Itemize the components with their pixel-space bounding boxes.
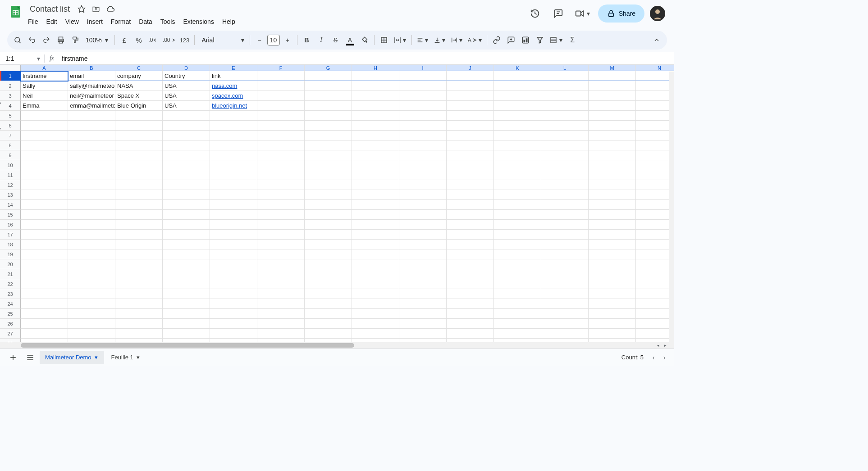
cell[interactable] <box>257 101 305 111</box>
cell[interactable] <box>447 131 494 140</box>
cell[interactable] <box>257 91 305 101</box>
cell[interactable] <box>115 259 163 269</box>
cell[interactable] <box>494 230 541 240</box>
cell[interactable] <box>115 329 163 339</box>
cell[interactable] <box>447 180 494 190</box>
cell[interactable] <box>494 150 541 160</box>
cell[interactable] <box>399 140 447 150</box>
cell[interactable] <box>494 269 541 279</box>
filter-views-button[interactable]: ▾ <box>548 33 565 47</box>
cell[interactable] <box>257 160 305 170</box>
cell[interactable] <box>305 220 352 230</box>
cell[interactable] <box>163 180 210 190</box>
cell[interactable] <box>115 240 163 249</box>
cell[interactable] <box>21 170 68 180</box>
cell[interactable] <box>494 111 541 121</box>
share-button[interactable]: Share <box>598 5 644 23</box>
cell[interactable] <box>589 329 636 339</box>
cell[interactable] <box>447 71 494 81</box>
cell[interactable] <box>305 131 352 140</box>
cell[interactable] <box>447 279 494 289</box>
cell[interactable] <box>21 289 68 299</box>
cell[interactable] <box>352 131 399 140</box>
cell[interactable] <box>163 329 210 339</box>
cell[interactable] <box>163 160 210 170</box>
cell[interactable] <box>541 71 589 81</box>
cell[interactable] <box>399 180 447 190</box>
cell[interactable] <box>399 299 447 309</box>
formula-input[interactable] <box>59 52 674 64</box>
cell[interactable] <box>352 269 399 279</box>
font-family-dropdown[interactable]: Arial▾ <box>197 33 247 47</box>
cell[interactable] <box>494 180 541 190</box>
cell[interactable] <box>399 190 447 200</box>
cell[interactable] <box>399 71 447 81</box>
cell[interactable] <box>494 309 541 319</box>
cell[interactable] <box>68 170 115 180</box>
cell[interactable] <box>541 319 589 329</box>
cell[interactable] <box>399 210 447 220</box>
font-size-input[interactable] <box>267 35 280 45</box>
cell[interactable] <box>163 190 210 200</box>
cell[interactable] <box>399 309 447 319</box>
column-header[interactable]: I <box>399 65 447 71</box>
cell[interactable] <box>21 180 68 190</box>
cell[interactable] <box>541 309 589 319</box>
row-header[interactable]: 26 <box>0 319 21 329</box>
row-header[interactable]: 12 <box>0 180 21 190</box>
cell[interactable] <box>589 111 636 121</box>
increase-decimal-button[interactable]: .00 <box>161 33 177 47</box>
percent-button[interactable]: % <box>132 33 146 47</box>
cell[interactable] <box>352 180 399 190</box>
row-header[interactable]: 10 <box>0 160 21 170</box>
document-title[interactable]: Contact list <box>27 4 73 15</box>
cell[interactable] <box>210 319 257 329</box>
cell[interactable] <box>541 230 589 240</box>
spreadsheet-grid[interactable]: ABCDEFGHIJKLMN1firstnameemailcompanyCoun… <box>0 65 674 342</box>
sheet-scroll-right[interactable]: › <box>660 353 669 362</box>
horizontal-align-button[interactable]: ▾ <box>415 33 431 47</box>
cell[interactable] <box>589 131 636 140</box>
row-header[interactable]: 24 <box>0 299 21 309</box>
cell[interactable] <box>257 329 305 339</box>
cell[interactable] <box>589 220 636 230</box>
paint-format-button[interactable] <box>69 33 82 47</box>
cell[interactable] <box>21 150 68 160</box>
cell[interactable] <box>163 150 210 160</box>
row-header[interactable]: 7 <box>0 131 21 140</box>
row-header[interactable]: 27 <box>0 329 21 339</box>
cell[interactable]: spacex.com <box>210 91 257 101</box>
bold-button[interactable]: B <box>300 33 314 47</box>
cell[interactable] <box>210 299 257 309</box>
add-sheet-button[interactable] <box>5 351 21 364</box>
cell[interactable] <box>210 111 257 121</box>
column-header[interactable]: B <box>68 65 115 71</box>
cell[interactable] <box>68 160 115 170</box>
cell[interactable] <box>257 210 305 220</box>
cell[interactable] <box>352 150 399 160</box>
cell[interactable] <box>399 259 447 269</box>
cell[interactable] <box>589 299 636 309</box>
cell[interactable]: Sally <box>21 81 68 91</box>
text-rotation-button[interactable]: A▾ <box>466 33 484 47</box>
cell[interactable] <box>21 210 68 220</box>
cell[interactable] <box>163 140 210 150</box>
cell[interactable] <box>494 121 541 131</box>
cell[interactable] <box>21 329 68 339</box>
cell[interactable] <box>399 81 447 91</box>
cell[interactable] <box>494 190 541 200</box>
cell[interactable] <box>305 319 352 329</box>
cell[interactable] <box>257 131 305 140</box>
vertical-align-button[interactable]: ▾ <box>432 33 448 47</box>
menu-insert[interactable]: Insert <box>83 16 106 27</box>
cell[interactable] <box>589 279 636 289</box>
print-button[interactable] <box>54 33 68 47</box>
cell[interactable] <box>589 121 636 131</box>
cell[interactable] <box>541 131 589 140</box>
cell[interactable] <box>163 210 210 220</box>
cell[interactable]: Blue Origin <box>115 101 163 111</box>
cell[interactable] <box>115 160 163 170</box>
column-header[interactable]: K <box>494 65 541 71</box>
cell[interactable] <box>352 309 399 319</box>
fill-color-button[interactable] <box>358 33 371 47</box>
